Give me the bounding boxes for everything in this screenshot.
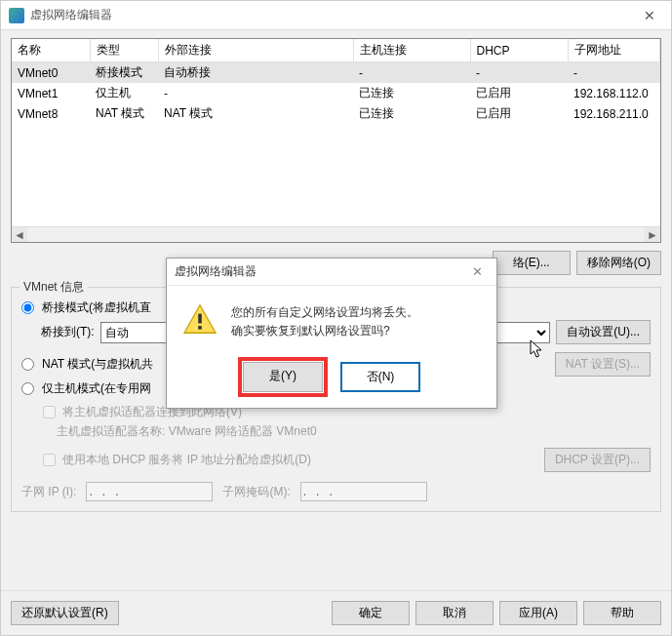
use-dhcp-checkbox — [43, 454, 56, 466]
host-adapter-hint: 主机虚拟适配器名称: VMware 网络适配器 VMnet0 — [57, 423, 651, 440]
bridged-label: 桥接模式(将虚拟机直 — [42, 299, 151, 316]
use-dhcp-label: 使用本地 DHCP 服务将 IP 地址分配给虚拟机(D) — [62, 452, 311, 468]
connect-host-checkbox — [43, 406, 56, 418]
yes-button[interactable]: 是(Y) — [243, 362, 323, 392]
table-row[interactable]: VMnet0 桥接模式 自动桥接 - - - — [12, 62, 660, 83]
cancel-button[interactable]: 取消 — [415, 601, 494, 625]
subnet-mask-label: 子网掩码(M): — [222, 484, 290, 500]
nat-settings-button[interactable]: NAT 设置(S)... — [555, 352, 651, 377]
subnet-ip-input — [86, 482, 213, 501]
subnet-row: 子网 IP (I): 子网掩码(M): — [21, 482, 651, 501]
restore-defaults-button[interactable]: 还原默认设置(R) — [11, 601, 119, 625]
apply-button[interactable]: 应用(A) — [499, 601, 577, 625]
col-subnet[interactable]: 子网地址 — [568, 39, 660, 62]
hostonly-label: 仅主机模式(在专用网 — [42, 380, 151, 397]
nat-label: NAT 模式(与虚拟机共 — [42, 356, 153, 373]
subnet-ip-label: 子网 IP (I): — [21, 484, 76, 500]
scroll-left-icon[interactable]: ◄ — [12, 227, 27, 242]
scroll-right-icon[interactable]: ► — [645, 227, 660, 242]
warning-icon — [182, 303, 217, 335]
dialog-message: 您的所有自定义网络设置均将丢失。 确实要恢复到默认网络设置吗? — [231, 303, 418, 340]
ok-button[interactable]: 确定 — [332, 601, 410, 625]
subnet-mask-input — [300, 482, 427, 501]
col-ext[interactable]: 外部连接 — [158, 39, 353, 62]
dhcp-settings-button[interactable]: DHCP 设置(P)... — [544, 448, 651, 472]
auto-settings-button[interactable]: 自动设置(U)... — [556, 320, 651, 344]
nat-radio[interactable] — [21, 358, 34, 371]
horizontal-scrollbar[interactable]: ◄ ► — [12, 226, 660, 242]
bridged-to-label: 桥接到(T): — [41, 324, 95, 340]
dialog-line1: 您的所有自定义网络设置均将丢失。 — [231, 303, 418, 322]
window-close-button[interactable]: ✕ — [636, 4, 663, 27]
col-host[interactable]: 主机连接 — [353, 39, 470, 62]
bottom-bar: 还原默认设置(R) 确定 取消 应用(A) 帮助 — [1, 590, 671, 635]
network-table: 名称 类型 外部连接 主机连接 DHCP 子网地址 VMnet0 桥接模式 — [11, 38, 661, 243]
col-dhcp[interactable]: DHCP — [470, 39, 568, 62]
col-name[interactable]: 名称 — [12, 39, 90, 62]
dialog-line2: 确实要恢复到默认网络设置吗? — [231, 322, 418, 340]
confirm-dialog: 虚拟网络编辑器 ✕ 您的所有自定义网络设置均将丢失。 确实要恢复到默认网络设置吗… — [166, 258, 497, 409]
add-network-button[interactable]: 络(E)... — [493, 251, 571, 275]
titlebar: 虚拟网络编辑器 ✕ — [1, 1, 671, 30]
hostonly-radio[interactable] — [21, 382, 34, 395]
app-icon — [9, 8, 24, 23]
dialog-buttons: 是(Y) 否(N) — [167, 352, 496, 408]
dialog-body: 您的所有自定义网络设置均将丢失。 确实要恢复到默认网络设置吗? — [167, 286, 496, 352]
help-button[interactable]: 帮助 — [583, 601, 661, 625]
table-row[interactable]: VMnet8 NAT 模式 NAT 模式 已连接 已启用 192.168.211… — [12, 103, 660, 124]
window-title: 虚拟网络编辑器 — [30, 7, 636, 23]
dialog-title: 虚拟网络编辑器 — [175, 263, 466, 280]
table-row[interactable]: VMnet1 仅主机 - 已连接 已启用 192.168.112.0 — [12, 83, 660, 103]
svg-rect-2 — [198, 326, 202, 330]
vmnet-legend: VMnet 信息 — [20, 279, 88, 296]
remove-network-button[interactable]: 移除网络(O) — [576, 251, 661, 275]
svg-rect-1 — [198, 314, 202, 324]
col-type[interactable]: 类型 — [90, 39, 158, 62]
use-dhcp-row: 使用本地 DHCP 服务将 IP 地址分配给虚拟机(D) DHCP 设置(P).… — [39, 448, 651, 472]
no-button[interactable]: 否(N) — [340, 362, 420, 392]
bridged-radio[interactable] — [21, 301, 34, 314]
table-header-row: 名称 类型 外部连接 主机连接 DHCP 子网地址 — [12, 39, 660, 62]
dialog-titlebar: 虚拟网络编辑器 ✕ — [167, 258, 496, 286]
dialog-close-button[interactable]: ✕ — [466, 262, 489, 281]
